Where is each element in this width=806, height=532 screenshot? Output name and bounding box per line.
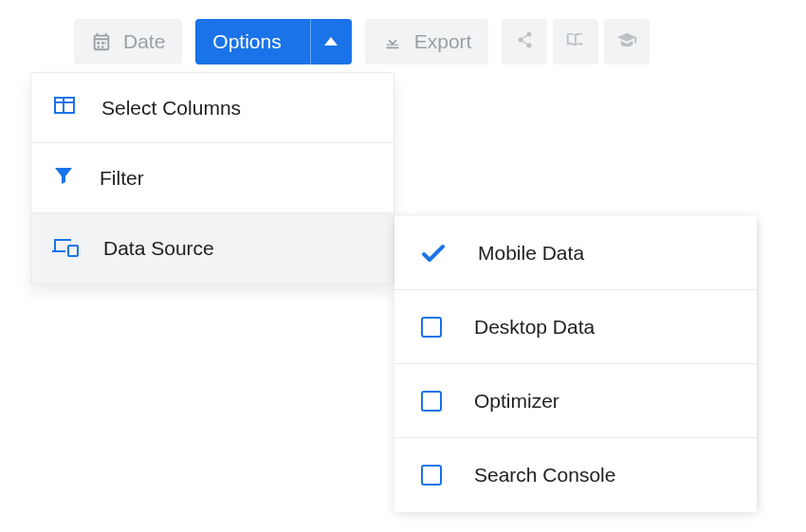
graduation-cap-icon [616,30,637,54]
export-button[interactable]: Export [365,19,489,64]
data-source-item-label: Mobile Data [478,242,584,265]
filter-icon [52,164,75,192]
menu-item-label: Filter [100,167,144,190]
devices-icon [52,236,79,262]
menu-item-label: Data Source [103,237,214,260]
book-icon [565,30,586,54]
export-button-label: Export [414,30,472,53]
data-source-item-label: Desktop Data [474,316,595,339]
share-button[interactable] [502,19,547,64]
calendar-icon [91,31,112,52]
download-icon [382,31,403,52]
options-button-label: Options [195,19,298,64]
data-source-item-desktop[interactable]: Desktop Data [394,290,757,364]
checkbox-unchecked [421,465,442,486]
checkbox-unchecked [421,391,442,412]
data-source-item-mobile[interactable]: Mobile Data [394,216,757,290]
options-dropdown: Select Columns Filter Data Source [30,72,394,284]
data-source-item-search-console[interactable]: Search Console [394,438,757,512]
date-button-label: Date [123,30,165,53]
training-button[interactable] [604,19,650,64]
date-button[interactable]: Date [74,19,182,64]
docs-button[interactable] [553,19,598,64]
menu-item-label: Select Columns [101,97,241,119]
menu-item-select-columns[interactable]: Select Columns [31,73,394,143]
data-source-dropdown: Mobile Data Desktop Data Optimizer Searc… [394,216,757,512]
caret-up-icon[interactable] [310,19,352,64]
options-button[interactable]: Options [195,19,351,64]
menu-item-filter[interactable]: Filter [31,143,394,213]
menu-item-data-source[interactable]: Data Source [31,213,394,284]
share-icon [515,30,534,54]
data-source-item-label: Search Console [474,464,615,486]
data-source-item-label: Optimizer [474,390,559,413]
columns-icon [52,95,77,120]
check-icon [421,243,446,264]
checkbox-unchecked [421,317,442,338]
data-source-item-optimizer[interactable]: Optimizer [394,364,757,438]
